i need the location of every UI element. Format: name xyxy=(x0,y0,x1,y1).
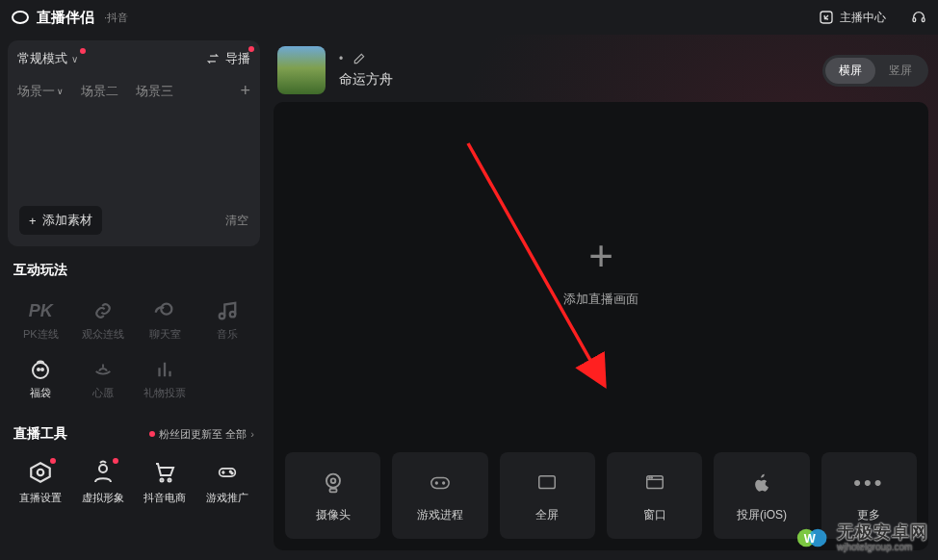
interact-gift-vote[interactable]: 礼物投票 xyxy=(134,353,196,406)
add-canvas-label: 添加直播画面 xyxy=(563,291,638,308)
chat-icon xyxy=(152,300,177,321)
interact-pk[interactable]: PKPK连线 xyxy=(10,294,72,347)
scene-panel: 常规模式 ∨ 导播 场景一∨ 场景二 场景三 + xyxy=(8,40,260,246)
orientation-landscape[interactable]: 横屏 xyxy=(825,58,875,84)
gear-icon xyxy=(28,460,53,485)
tool-game-promo[interactable]: 游戏推广 xyxy=(196,460,259,505)
svg-rect-18 xyxy=(431,477,449,488)
source-fullscreen[interactable]: 全屏 xyxy=(500,452,595,539)
scene-tab-2[interactable]: 场景二 xyxy=(81,83,118,100)
gamepad-icon xyxy=(426,472,455,494)
svg-point-5 xyxy=(33,363,48,378)
svg-rect-1 xyxy=(913,18,916,22)
tools-update-link[interactable]: 粉丝团更新至 全部 › xyxy=(149,427,254,442)
source-camera[interactable]: 摄像头 xyxy=(285,452,380,539)
mode-dropdown[interactable]: 常规模式 ∨ xyxy=(17,50,78,67)
svg-rect-21 xyxy=(539,475,556,488)
cart-icon xyxy=(152,461,177,484)
plus-icon: + xyxy=(29,214,37,228)
gamepad-icon xyxy=(214,463,241,482)
titlebar: 直播伴侣 ·抖音 主播中心 xyxy=(0,0,938,35)
svg-point-19 xyxy=(435,482,437,484)
clear-button[interactable]: 清空 xyxy=(225,213,248,229)
interact-music[interactable]: 音乐 xyxy=(196,294,259,347)
interact-title: 互动玩法 xyxy=(8,260,260,281)
watermark: W 无极安卓网 wjhotelgroup.com xyxy=(796,522,928,554)
link-icon xyxy=(91,301,116,320)
compass-icon xyxy=(819,10,834,25)
svg-point-11 xyxy=(169,479,171,482)
director-label: 导播 xyxy=(225,50,250,67)
live-canvas: + 添加直播画面 摄像头 游戏进程 全屏 窗口 投屏(iOS) •••更多 xyxy=(274,102,928,550)
support-icon[interactable] xyxy=(911,10,926,25)
wish-icon xyxy=(91,359,115,380)
window-icon xyxy=(642,472,667,494)
svg-point-20 xyxy=(443,482,445,484)
add-live-canvas-button[interactable]: + 添加直播画面 xyxy=(274,102,928,441)
mode-label: 常规模式 xyxy=(17,50,67,67)
watermark-logo-icon: W xyxy=(796,522,829,554)
watermark-en: wjhotelgroup.com xyxy=(837,542,928,552)
svg-point-6 xyxy=(38,369,39,370)
source-game-process[interactable]: 游戏进程 xyxy=(392,452,487,539)
more-icon: ••• xyxy=(854,469,883,497)
svg-rect-2 xyxy=(922,18,925,22)
source-window[interactable]: 窗口 xyxy=(607,452,702,539)
swap-icon xyxy=(206,52,220,65)
director-button[interactable]: 导播 xyxy=(206,50,250,67)
orientation-toggle: 横屏 竖屏 xyxy=(822,55,928,87)
interact-grid: PKPK连线 观众连线 聊天室 音乐 福袋 心愿 礼物投票 xyxy=(8,289,260,412)
edit-icon[interactable] xyxy=(352,52,366,65)
svg-rect-17 xyxy=(329,488,336,492)
source-ios-cast[interactable]: 投屏(iOS) xyxy=(714,452,809,539)
orientation-portrait[interactable]: 竖屏 xyxy=(875,58,925,84)
music-icon xyxy=(217,300,238,321)
svg-point-8 xyxy=(38,470,44,476)
host-center-label: 主播中心 xyxy=(840,10,886,26)
add-material-label: 添加素材 xyxy=(42,212,92,229)
svg-point-24 xyxy=(651,476,652,477)
scene-tab-3[interactable]: 场景三 xyxy=(136,83,173,100)
tool-douyin-ecommerce[interactable]: 抖音电商 xyxy=(134,460,196,505)
status-dot: • xyxy=(339,52,343,65)
notification-dot-icon xyxy=(113,458,118,464)
interact-wish[interactable]: 心愿 xyxy=(72,353,135,406)
notification-dot-icon xyxy=(248,46,254,52)
svg-point-4 xyxy=(230,312,236,318)
scene-tab-1[interactable]: 场景一∨ xyxy=(17,83,64,100)
add-material-button[interactable]: + 添加素材 xyxy=(19,206,102,235)
camera-icon xyxy=(320,470,347,496)
pk-icon: PK xyxy=(27,300,54,321)
watermark-cn: 无极安卓网 xyxy=(837,523,928,543)
app-name: 直播伴侣 xyxy=(37,9,94,27)
svg-text:W: W xyxy=(804,531,817,546)
svg-point-9 xyxy=(99,465,107,472)
tool-virtual-avatar[interactable]: 虚拟形象 xyxy=(72,460,135,505)
fullscreen-icon xyxy=(534,472,560,494)
app-sub-brand: ·抖音 xyxy=(104,11,128,25)
user-avatar[interactable] xyxy=(277,46,326,94)
interact-chatroom[interactable]: 聊天室 xyxy=(134,294,196,347)
svg-point-14 xyxy=(231,472,233,474)
apple-icon xyxy=(751,471,772,496)
user-nickname: 命运方舟 xyxy=(339,71,393,89)
interact-luckybag[interactable]: 福袋 xyxy=(10,353,72,406)
notification-dot-icon xyxy=(149,431,155,437)
chevron-down-icon: ∨ xyxy=(57,87,64,96)
svg-point-10 xyxy=(161,479,164,482)
chevron-down-icon: ∨ xyxy=(71,54,78,64)
tool-live-settings[interactable]: 直播设置 xyxy=(10,460,72,505)
notification-dot-icon xyxy=(80,48,86,54)
host-center-button[interactable]: 主播中心 xyxy=(819,10,886,26)
vote-icon xyxy=(154,359,175,380)
svg-point-23 xyxy=(649,476,650,477)
bag-icon xyxy=(29,358,52,381)
interact-audience-link[interactable]: 观众连线 xyxy=(72,294,135,347)
plus-icon: + xyxy=(588,235,613,277)
avatar-icon xyxy=(91,460,115,485)
add-scene-button[interactable]: + xyxy=(240,81,250,101)
notification-dot-icon xyxy=(50,458,56,464)
svg-point-15 xyxy=(326,473,340,487)
chevron-right-icon: › xyxy=(250,428,254,440)
tools-title: 直播工具 xyxy=(13,425,67,443)
